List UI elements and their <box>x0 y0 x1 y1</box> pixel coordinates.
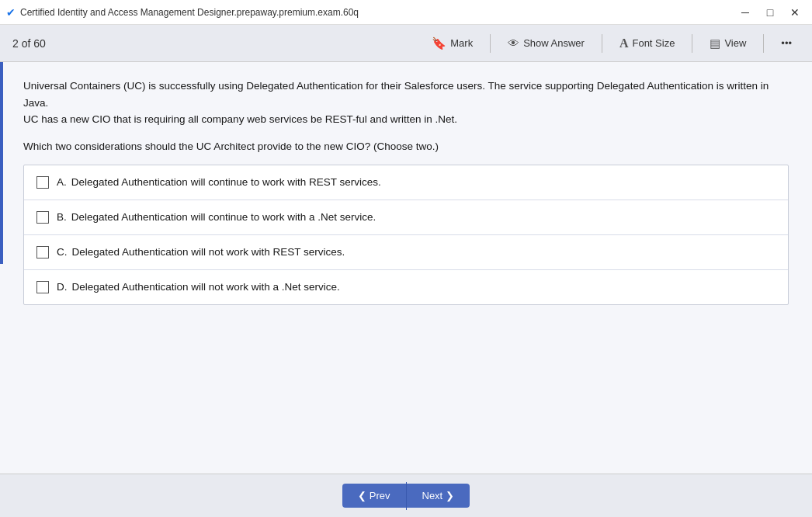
close-button[interactable]: ✕ <box>784 2 806 23</box>
option-letter-d: D. <box>57 281 68 293</box>
progress-indicator: 2 of 60 <box>12 37 424 50</box>
title-bar: ✔ Certified Identity and Access Manageme… <box>0 0 812 25</box>
font-size-label: Font Size <box>632 37 675 49</box>
prev-icon: ❮ <box>358 490 366 501</box>
option-label-b: B.Delegated Authentication will continue… <box>57 211 376 223</box>
maximize-button[interactable]: □ <box>759 2 781 23</box>
option-label-c: C.Delegated Authentication will not work… <box>57 246 345 258</box>
option-row-d[interactable]: D.Delegated Authentication will not work… <box>24 270 788 304</box>
option-row-b[interactable]: B.Delegated Authentication will continue… <box>24 200 788 235</box>
mark-button[interactable]: 🔖 Mark <box>424 32 481 55</box>
next-button[interactable]: Next ❯ <box>407 484 470 508</box>
main-content: Universal Containers (UC) is successfull… <box>0 62 812 474</box>
toolbar-separator-4 <box>763 34 764 53</box>
option-text-d: Delegated Authentication will not work w… <box>72 281 340 293</box>
option-text-b: Delegated Authentication will continue t… <box>71 211 376 223</box>
option-letter-a: A. <box>57 176 67 188</box>
option-text-a: Delegated Authentication will continue t… <box>71 176 381 188</box>
font-size-button[interactable]: A Font Size <box>612 32 682 55</box>
option-letter-c: C. <box>57 246 68 258</box>
question-text-line1: Universal Containers (UC) is successfull… <box>23 80 769 109</box>
minimize-button[interactable]: ─ <box>734 2 756 23</box>
more-icon: ••• <box>781 37 792 49</box>
more-button[interactable]: ••• <box>773 33 800 54</box>
bottom-navigation: ❮ Prev Next ❯ <box>0 474 812 517</box>
checkbox-c[interactable] <box>36 246 49 258</box>
toolbar-separator-1 <box>490 34 491 53</box>
mark-label: Mark <box>450 37 473 49</box>
toolbar-separator-3 <box>692 34 692 53</box>
toolbar-actions: 🔖 Mark 👁 Show Answer A Font Size ▤ View … <box>424 32 800 55</box>
toolbar-separator-2 <box>602 34 602 53</box>
option-label-a: A.Delegated Authentication will continue… <box>57 176 381 188</box>
option-row-a[interactable]: A.Delegated Authentication will continue… <box>24 165 788 200</box>
question-text-line2: UC has a new CIO that is requiring all c… <box>23 113 457 125</box>
next-icon: ❯ <box>446 490 454 501</box>
view-label: View <box>724 37 746 49</box>
show-answer-button[interactable]: 👁 Show Answer <box>500 32 592 54</box>
prev-label: Prev <box>370 490 390 501</box>
check-icon: ✔ <box>6 6 16 19</box>
eye-icon: 👁 <box>508 36 519 50</box>
toolbar: 2 of 60 🔖 Mark 👁 Show Answer A Font Size… <box>0 25 812 62</box>
font-icon: A <box>619 36 629 50</box>
window-title: Certified Identity and Access Management… <box>20 7 359 18</box>
prev-button[interactable]: ❮ Prev <box>342 484 406 508</box>
checkbox-b[interactable] <box>36 211 49 224</box>
view-button[interactable]: ▤ View <box>702 32 754 55</box>
question-text: Universal Containers (UC) is successfull… <box>23 78 789 128</box>
option-label-d: D.Delegated Authentication will not work… <box>57 281 340 293</box>
view-icon: ▤ <box>710 36 720 50</box>
left-accent-bar <box>0 62 3 264</box>
bookmark-icon: 🔖 <box>432 36 446 50</box>
next-label: Next <box>422 490 443 501</box>
checkbox-a[interactable] <box>36 176 49 189</box>
title-bar-left: ✔ Certified Identity and Access Manageme… <box>6 6 359 19</box>
options-container: A.Delegated Authentication will continue… <box>23 165 789 305</box>
option-letter-b: B. <box>57 211 67 223</box>
title-bar-controls: ─ □ ✕ <box>734 2 806 23</box>
option-row-c[interactable]: C.Delegated Authentication will not work… <box>24 235 788 270</box>
question-prompt: Which two considerations should the UC A… <box>23 141 789 152</box>
checkbox-d[interactable] <box>36 281 49 293</box>
show-answer-label: Show Answer <box>523 37 585 49</box>
option-text-c: Delegated Authentication will not work w… <box>72 246 345 258</box>
